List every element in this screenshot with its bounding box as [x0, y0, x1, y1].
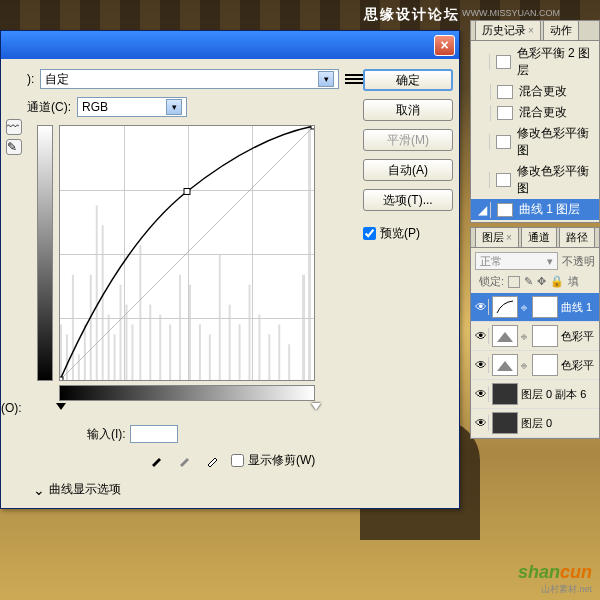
options-button[interactable]: 选项(T)...: [363, 189, 453, 211]
layer-thumb: [492, 325, 518, 347]
layers-panel: 图层× 通道 路径 正常▾ 不透明 锁定: ✎ ✥ 🔒 填 👁: [470, 227, 600, 439]
dialog-titlebar[interactable]: ×: [1, 31, 459, 59]
layer-thumb: [492, 354, 518, 376]
svg-rect-34: [311, 126, 314, 129]
black-point-slider[interactable]: [56, 403, 66, 415]
link-icon: ⎆: [521, 331, 529, 342]
visibility-icon[interactable]: 👁: [473, 386, 489, 402]
svg-rect-33: [184, 189, 190, 195]
history-item[interactable]: 混合更改: [471, 81, 599, 102]
pencil-tool-icon[interactable]: ✎: [6, 139, 22, 155]
preset-label: ):: [27, 72, 34, 86]
curve-tool-icon[interactable]: 〰: [6, 119, 22, 135]
tab-channels[interactable]: 通道: [521, 227, 557, 247]
layer-item[interactable]: 👁 ⎆ 曲线 1: [471, 293, 599, 322]
eyedropper-black-icon[interactable]: [147, 451, 167, 469]
layer-item[interactable]: 👁 图层 0 副本 6: [471, 380, 599, 409]
lock-transparency-icon[interactable]: [508, 276, 520, 288]
eyedropper-white-icon[interactable]: [203, 451, 223, 469]
input-label: 输入(I):: [87, 426, 126, 443]
fill-label: 填: [568, 274, 579, 289]
curve-grid[interactable]: [59, 125, 315, 381]
chevron-right-icon: ⌄: [33, 482, 45, 498]
curve-display-options[interactable]: ⌄ 曲线显示选项: [33, 481, 363, 498]
visibility-icon[interactable]: 👁: [473, 328, 489, 344]
svg-marker-36: [497, 361, 513, 371]
layer-mask: [532, 325, 558, 347]
history-item[interactable]: ◢曲线 1 图层: [471, 199, 599, 220]
visibility-icon[interactable]: 👁: [473, 299, 489, 315]
curves-dialog: × 〰 ✎ ): 自定 ▾ 通道(C): RGB ▾: [0, 30, 460, 509]
layer-mask: [532, 354, 558, 376]
tab-history[interactable]: 历史记录×: [475, 20, 541, 40]
brush-icon: ◢: [475, 202, 491, 218]
forum-title: 思缘设计论坛: [364, 6, 460, 24]
tab-actions[interactable]: 动作: [543, 20, 579, 40]
svg-rect-32: [60, 377, 63, 380]
lock-label: 锁定:: [479, 274, 504, 289]
link-icon: ⎆: [521, 302, 529, 313]
visibility-icon[interactable]: 👁: [473, 415, 489, 431]
layer-thumb: [492, 296, 518, 318]
eyedropper-gray-icon[interactable]: [175, 451, 195, 469]
watermark: shancun 山村素材.net: [518, 562, 592, 596]
smooth-button: 平滑(M): [363, 129, 453, 151]
tab-paths[interactable]: 路径: [559, 227, 595, 247]
forum-url: WWW.MISSYUAN.COM: [462, 8, 560, 18]
input-field[interactable]: [130, 425, 178, 443]
preview-label: 预览(P): [380, 225, 420, 242]
preset-value: 自定: [45, 71, 69, 88]
history-item[interactable]: 混合更改: [471, 102, 599, 123]
output-label: (O):: [1, 401, 22, 415]
lock-move-icon[interactable]: ✥: [537, 275, 546, 288]
show-clipping-checkbox[interactable]: 显示修剪(W): [231, 452, 315, 469]
ok-button[interactable]: 确定: [363, 69, 453, 91]
opacity-label: 不透明: [562, 254, 595, 269]
preset-menu-icon[interactable]: [345, 72, 363, 86]
options-expand-label: 曲线显示选项: [49, 481, 121, 498]
white-point-slider[interactable]: [311, 403, 321, 415]
layer-thumb: [492, 412, 518, 434]
preset-select[interactable]: 自定 ▾: [40, 69, 339, 89]
layer-thumb: [492, 383, 518, 405]
close-icon[interactable]: ×: [434, 35, 455, 56]
layer-item[interactable]: 👁 ⎆ 色彩平: [471, 322, 599, 351]
chevron-down-icon[interactable]: ▾: [166, 99, 182, 115]
input-gradient: [59, 385, 315, 401]
channel-select[interactable]: RGB ▾: [77, 97, 187, 117]
svg-marker-35: [497, 332, 513, 342]
channel-value: RGB: [82, 100, 108, 114]
lock-all-icon[interactable]: 🔒: [550, 275, 564, 288]
history-item[interactable]: 色彩平衡 2 图层: [471, 43, 599, 81]
layer-item[interactable]: 👁 ⎆ 色彩平: [471, 351, 599, 380]
auto-button[interactable]: 自动(A): [363, 159, 453, 181]
lock-brush-icon[interactable]: ✎: [524, 275, 533, 288]
preview-checkbox[interactable]: 预览(P): [363, 225, 453, 242]
layer-item[interactable]: 👁 图层 0: [471, 409, 599, 438]
history-panel: 历史记录× 动作 色彩平衡 2 图层 混合更改 混合更改 修改色彩平衡图 修改色…: [470, 20, 600, 223]
chevron-down-icon[interactable]: ▾: [318, 71, 334, 87]
layer-mask: [532, 296, 558, 318]
blend-mode-select[interactable]: 正常▾: [475, 252, 558, 270]
history-item[interactable]: 修改色彩平衡图: [471, 161, 599, 199]
curve-editor[interactable]: [37, 125, 337, 405]
link-icon: ⎆: [521, 360, 529, 371]
history-item[interactable]: 修改色彩平衡图: [471, 123, 599, 161]
channel-label: 通道(C):: [27, 99, 71, 116]
tab-layers[interactable]: 图层×: [475, 227, 519, 247]
show-clipping-label: 显示修剪(W): [248, 452, 315, 469]
output-gradient: [37, 125, 53, 381]
visibility-icon[interactable]: 👁: [473, 357, 489, 373]
cancel-button[interactable]: 取消: [363, 99, 453, 121]
